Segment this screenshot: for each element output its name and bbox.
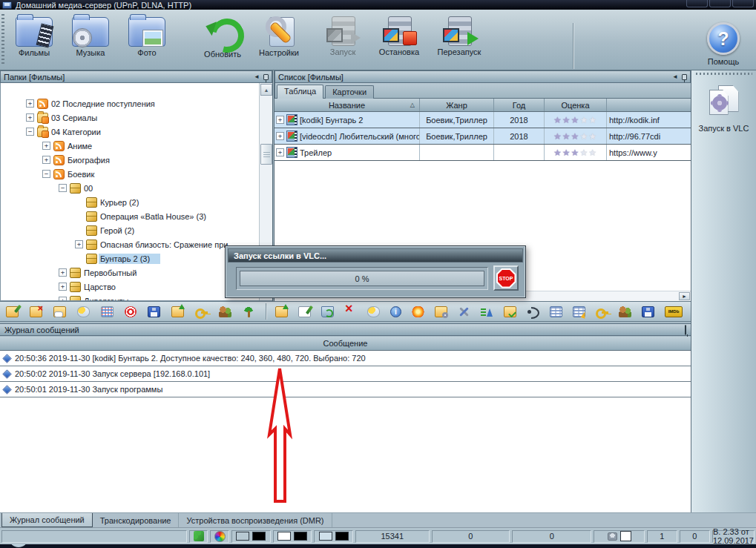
broadcast-icon[interactable] <box>527 306 539 317</box>
recycle-bin-icon[interactable] <box>321 306 334 317</box>
movies-button[interactable]: Фильмы <box>6 13 62 57</box>
column-header-name[interactable]: Название △ <box>275 99 420 111</box>
folder-upload-icon[interactable] <box>53 306 66 317</box>
title-bar[interactable]: Домашний медиа-сервер (UPnP, DLNA, HTTP) <box>0 0 756 10</box>
tree-expander-icon[interactable]: + <box>59 297 67 300</box>
row-expander-icon[interactable]: + <box>276 116 284 124</box>
tree-item[interactable]: + Царство <box>1 280 259 294</box>
toolbar-grip-icon[interactable] <box>1 14 4 66</box>
folder-import-icon[interactable] <box>275 306 288 317</box>
pin-icon[interactable] <box>685 325 686 335</box>
column-header-url[interactable] <box>607 99 691 111</box>
panel-grip-icon[interactable] <box>696 73 752 75</box>
sort-up-icon[interactable] <box>481 306 493 317</box>
cell-rating[interactable]: ★★★★★ <box>545 128 607 144</box>
tree-expander-icon[interactable]: + <box>42 156 50 164</box>
table-row[interactable]: + Трейлер ★★★★★ https://www.y <box>275 145 691 161</box>
column-header-rating[interactable]: Оценка <box>545 99 607 111</box>
tree-item[interactable]: − 04 Категории <box>1 125 259 139</box>
tree-item[interactable]: + 03 Сериалы <box>1 110 259 125</box>
delete-icon[interactable] <box>344 306 357 317</box>
tree-item[interactable]: + Аниме <box>1 139 259 153</box>
scroll-right-icon[interactable]: ► <box>679 292 690 300</box>
vlc-launch-icon[interactable] <box>709 85 739 118</box>
bottom-tab[interactable]: Журнал сообщений <box>1 513 93 527</box>
grid-icon[interactable] <box>101 306 114 317</box>
maximize-button[interactable] <box>709 0 731 7</box>
scroll-thumb[interactable] <box>260 144 272 165</box>
cell-rating[interactable]: ★★★★★ <box>545 145 607 160</box>
log-column-header[interactable]: Сообщение <box>0 337 691 351</box>
stop-button[interactable]: STOP <box>493 265 519 291</box>
tree-item[interactable]: Курьер (2) <box>1 195 259 209</box>
close-button[interactable] <box>732 0 754 7</box>
folder-check-icon[interactable] <box>504 306 516 317</box>
table-row[interactable]: + [kodik] Бунтарь 2 Боевик,Триллер 2018 … <box>275 112 691 128</box>
info-icon[interactable] <box>390 306 401 317</box>
view-tab[interactable]: Таблица <box>277 85 323 99</box>
tree-expander-icon[interactable]: + <box>75 240 83 248</box>
users-icon[interactable] <box>219 306 231 317</box>
log-row[interactable]: 20:50:36 2019-11-30 [kodik] Бунтарь 2. Д… <box>0 351 691 366</box>
key2-icon[interactable] <box>596 306 608 317</box>
key-icon[interactable] <box>195 306 208 317</box>
bottom-tab[interactable]: Устройства воспроизведения (DMR) <box>179 513 332 527</box>
help-button[interactable]: Помощь <box>697 22 750 66</box>
tree-expander-icon[interactable]: + <box>59 268 67 277</box>
tree-item[interactable]: Операция «Batla House» (3) <box>1 209 259 223</box>
view-tab[interactable]: Карточки <box>325 85 374 99</box>
column-header-genre[interactable]: Жанр <box>420 99 494 111</box>
folder-settings-icon[interactable] <box>435 306 447 317</box>
table-row[interactable]: + [videocdn] Любительский (многог Боевик… <box>275 128 691 145</box>
tree-item[interactable]: + Опасная близость: Сражение при <box>1 237 259 251</box>
row-expander-icon[interactable]: + <box>276 148 284 156</box>
tools-icon[interactable] <box>458 306 470 317</box>
log-row[interactable]: 20:50:02 2019-11-30 Запуск сервера [192.… <box>0 366 691 382</box>
table-flash-icon[interactable] <box>573 306 585 317</box>
users2-icon[interactable] <box>619 306 631 317</box>
tree-item[interactable]: + 02 Последние поступления <box>1 96 259 110</box>
tree-item[interactable]: − 00 <box>1 181 259 195</box>
start-button[interactable]: Запуск <box>315 13 371 56</box>
table-icon[interactable] <box>550 306 562 317</box>
tree-item[interactable]: + Биография <box>1 153 259 167</box>
lifebuoy-icon[interactable] <box>125 306 137 317</box>
pin-icon[interactable] <box>682 74 687 80</box>
tree-item[interactable]: + Первобытный <box>1 265 259 280</box>
row-expander-icon[interactable]: + <box>276 132 284 140</box>
log-row[interactable]: 20:50:01 2019-11-30 Запуск программы <box>0 382 691 397</box>
tree-item[interactable]: Бунтарь 2 (3) <box>1 251 259 265</box>
pin-icon[interactable] <box>263 74 269 80</box>
collapse-arrow-icon[interactable]: ◄ <box>254 74 260 80</box>
tree-expander-icon[interactable]: − <box>59 184 67 192</box>
burst-icon[interactable] <box>412 306 424 317</box>
page-edit-icon[interactable] <box>298 306 311 317</box>
music-button[interactable]: Музыка <box>62 13 119 57</box>
folder-delete-icon[interactable] <box>30 306 42 317</box>
dialog-title-bar[interactable]: Запуск ссылки в VLC... <box>228 248 523 263</box>
scroll-up-icon[interactable]: ▲ <box>260 84 272 96</box>
bottom-tab[interactable]: Транскодирование <box>93 513 180 527</box>
tree-item[interactable]: − Боевик <box>1 167 259 181</box>
tree-expander-icon[interactable]: + <box>59 283 67 291</box>
tree-expander-icon[interactable]: − <box>26 128 34 136</box>
minimize-button[interactable] <box>686 0 708 7</box>
settings-button[interactable]: Настройки <box>251 13 307 57</box>
folder-export-icon[interactable] <box>171 306 184 317</box>
restart-button[interactable]: Перезапуск <box>427 13 491 56</box>
palm-icon[interactable] <box>243 306 255 317</box>
collapse-arrow-icon[interactable]: ◄ <box>672 74 678 80</box>
save-icon[interactable] <box>148 306 160 317</box>
tree-expander-icon[interactable]: + <box>26 113 34 122</box>
tree-expander-icon[interactable]: + <box>42 142 50 150</box>
cell-rating[interactable]: ★★★★★ <box>545 112 607 128</box>
tree-item[interactable]: Герой (2) <box>1 223 259 237</box>
weather-icon[interactable] <box>77 306 90 317</box>
tree-item[interactable]: + Дивергенты <box>1 294 259 300</box>
stop-button[interactable]: Остановка <box>371 13 427 56</box>
imdb-icon[interactable] <box>665 306 683 317</box>
photo-button[interactable]: Фото <box>119 13 175 57</box>
refresh-button[interactable]: Обновить <box>194 13 251 59</box>
tree-expander-icon[interactable]: + <box>26 99 34 108</box>
column-header-year[interactable]: Год <box>494 99 545 111</box>
